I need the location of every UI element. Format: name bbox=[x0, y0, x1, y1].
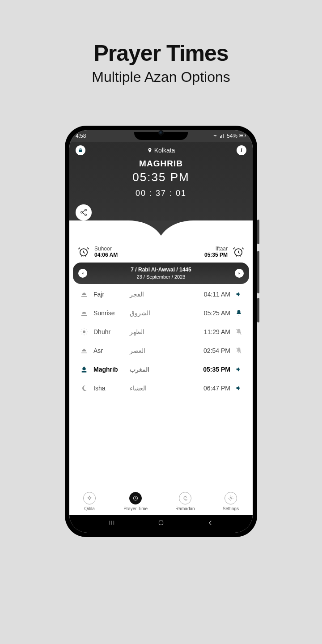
promo-subtitle: Multiple Azan Options bbox=[92, 69, 230, 85]
battery-icon bbox=[239, 133, 246, 139]
nav-label: Qibla bbox=[84, 506, 94, 511]
status-time: 4:58 bbox=[76, 133, 86, 139]
alert-toggle[interactable] bbox=[233, 366, 245, 373]
nav-label: Ramadan bbox=[175, 506, 195, 511]
suhoor-time: Suhoor 04:06 AM bbox=[77, 246, 118, 258]
nav-settings[interactable]: Settings bbox=[223, 492, 239, 511]
bottom-nav: Qibla Prayer Time Ramadan Settings bbox=[69, 487, 253, 515]
prayer-arabic: الفجر bbox=[130, 291, 194, 298]
info-button[interactable]: i bbox=[237, 145, 246, 155]
prayer-icon bbox=[77, 328, 91, 336]
prayer-list: Fajrالفجر04:11 AMSunriseالشروق05:25 AMDh… bbox=[69, 284, 253, 398]
prayer-time: 04:11 AM bbox=[197, 291, 230, 298]
android-nav-bar bbox=[69, 515, 253, 533]
prayer-row-dhuhr: Dhuhrالظهر11:29 AM bbox=[69, 322, 253, 341]
location-display[interactable]: Kolkata bbox=[147, 147, 175, 154]
countdown-timer: 00 : 37 : 01 bbox=[76, 189, 246, 198]
qibla-icon bbox=[83, 492, 96, 504]
home-button[interactable] bbox=[157, 519, 165, 529]
moon-icon bbox=[179, 492, 191, 504]
prayer-arabic: العشاء bbox=[130, 385, 194, 392]
recent-apps-button[interactable] bbox=[108, 519, 116, 529]
prayer-icon bbox=[77, 290, 91, 298]
back-button[interactable] bbox=[206, 519, 214, 529]
iftaar-time: Iftaar 05:35 PM bbox=[204, 246, 245, 258]
prayer-arabic: الظهر bbox=[130, 328, 194, 335]
wifi-icon bbox=[212, 133, 218, 140]
prayer-name: Sunrise bbox=[93, 309, 127, 317]
side-button bbox=[257, 251, 259, 293]
prayer-arabic: الشروق bbox=[130, 309, 194, 317]
iftaar-time-value: 05:35 PM bbox=[204, 252, 228, 258]
gregorian-date: 23 / September / 2023 bbox=[131, 274, 191, 280]
current-prayer-time: 05:35 PM bbox=[76, 170, 246, 184]
prayer-time: 05:25 AM bbox=[197, 309, 230, 317]
prayer-time: 06:47 PM bbox=[197, 385, 230, 392]
screen: 4:58 54% bbox=[69, 130, 253, 533]
alert-toggle[interactable] bbox=[233, 291, 245, 298]
prayer-time: 02:54 PM bbox=[197, 347, 230, 354]
prayer-icon bbox=[77, 309, 91, 317]
prayer-arabic: المغرب bbox=[130, 366, 194, 373]
prayer-row-asr: Asrالعصر02:54 PM bbox=[69, 341, 253, 360]
nav-label: Prayer Time bbox=[123, 506, 148, 511]
phone-frame: 4:58 54% bbox=[65, 126, 257, 537]
side-button bbox=[257, 298, 259, 322]
signal-icon bbox=[220, 133, 225, 140]
svg-point-8 bbox=[83, 330, 85, 333]
clock-icon bbox=[129, 492, 142, 504]
share-button[interactable] bbox=[76, 204, 92, 220]
svg-rect-1 bbox=[240, 135, 243, 136]
hijri-date: 7 / Rabi Al-Awwal / 1445 bbox=[131, 266, 191, 274]
promo-title: Prayer Times bbox=[93, 40, 228, 66]
lock-button[interactable] bbox=[76, 145, 85, 155]
prayer-arabic: العصر bbox=[130, 347, 194, 354]
prayer-time: 11:29 AM bbox=[197, 328, 230, 335]
prayer-name: Fajr bbox=[93, 291, 127, 298]
prayer-row-fajr: Fajrالفجر04:11 AM bbox=[69, 285, 253, 304]
prayer-name: Asr bbox=[93, 347, 127, 354]
camera-notch bbox=[158, 130, 164, 136]
alarm-icon bbox=[77, 246, 90, 258]
current-prayer-name: MAGHRIB bbox=[76, 159, 246, 169]
prayer-row-maghrib: Maghribالمغرب05:35 PM bbox=[69, 360, 253, 379]
iftaar-label: Iftaar bbox=[216, 246, 228, 252]
side-button bbox=[257, 220, 259, 244]
alarm-icon bbox=[232, 246, 245, 258]
prayer-name: Dhuhr bbox=[93, 328, 127, 335]
nav-label: Settings bbox=[223, 506, 239, 511]
prayer-row-sunrise: Sunriseالشروق05:25 AM bbox=[69, 304, 253, 322]
battery-percent: 54% bbox=[227, 133, 237, 139]
gear-icon bbox=[225, 492, 237, 504]
prayer-name: Isha bbox=[93, 385, 127, 392]
location-name: Kolkata bbox=[154, 147, 175, 154]
alert-toggle[interactable] bbox=[233, 347, 245, 354]
svg-point-11 bbox=[230, 497, 232, 499]
prayer-row-isha: Ishaالعشاء06:47 PM bbox=[69, 379, 253, 398]
svg-rect-12 bbox=[159, 521, 163, 525]
date-prev-button[interactable] bbox=[78, 269, 87, 278]
prayer-time: 05:35 PM bbox=[197, 366, 230, 373]
suhoor-label: Suhoor bbox=[94, 246, 118, 252]
alert-toggle[interactable] bbox=[233, 385, 245, 392]
nav-qibla[interactable]: Qibla bbox=[83, 492, 96, 511]
alert-toggle[interactable] bbox=[233, 328, 245, 335]
nav-prayer-time[interactable]: Prayer Time bbox=[123, 492, 148, 511]
svg-point-10 bbox=[186, 497, 186, 497]
svg-rect-2 bbox=[245, 135, 246, 136]
date-next-button[interactable] bbox=[235, 269, 244, 278]
date-selector: 7 / Rabi Al-Awwal / 1445 23 / September … bbox=[73, 263, 249, 284]
suhoor-time-value: 04:06 AM bbox=[94, 252, 118, 258]
prayer-name: Maghrib bbox=[93, 366, 127, 373]
nav-ramadan[interactable]: Ramadan bbox=[175, 492, 195, 511]
alert-toggle[interactable] bbox=[233, 309, 245, 317]
prayer-icon bbox=[77, 365, 91, 373]
prayer-icon bbox=[77, 347, 91, 355]
prayer-icon bbox=[77, 384, 91, 392]
